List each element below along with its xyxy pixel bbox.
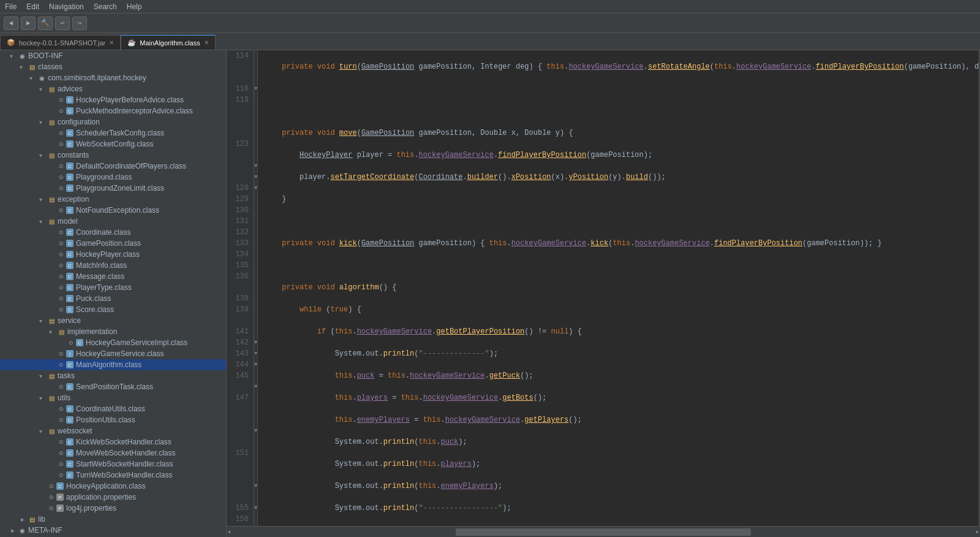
fold-icon-try[interactable]: ▼ (254, 481, 257, 492)
tree-item-pu[interactable]: ▾ ⊙ C PositionUtils.class (0, 414, 226, 425)
code-editor[interactable]: private void turn(GamePosition gamePosit… (258, 50, 979, 526)
fold-icon-priv-alg[interactable]: ▼ (254, 161, 257, 172)
tree-item-com-pkg[interactable]: ▾ ◉ com.simbirsoft.itplanet.hockey (0, 72, 226, 83)
tree-item-cu[interactable]: ▾ ⊙ C CoordinateUtils.class (0, 403, 226, 414)
tree-item-exception[interactable]: ▾ ▤ exception (0, 194, 226, 205)
main-tab[interactable]: ☕ MainAlgorithm.class ✕ (121, 35, 215, 50)
class-icon: ⊙ (56, 106, 66, 116)
tree-item-main-algorithm[interactable]: ▾ ⊙ C MainAlgorithm.class (0, 359, 226, 370)
tree-item-tasks[interactable]: ▾ ▤ tasks (0, 370, 226, 381)
file-tree-panel[interactable]: ▾ ◉ BOOT-INF ▾ ▤ classes ▾ ◉ com.simbirs… (0, 50, 227, 537)
c-icon: C (66, 383, 74, 390)
c-icon: C (66, 96, 74, 104)
class-icon: ⊙ (56, 382, 66, 392)
fold-icon-118[interactable]: ▼ (254, 83, 257, 94)
tree-item-config[interactable]: ▾ ▤ configuration (0, 116, 226, 128)
fold-icon-143[interactable]: ▼ (254, 348, 257, 359)
h-scroll-left[interactable]: ◄ (227, 528, 232, 536)
folder-icon: ▤ (47, 84, 56, 94)
toolbar-redo-btn[interactable]: ↪ (72, 17, 87, 30)
tree-item-log4j[interactable]: ▾ ⊙ P log4j.properties (0, 503, 226, 514)
horizontal-scrollbar-area[interactable]: ◄ ► (227, 526, 980, 537)
class-icon: ⊙ (56, 415, 66, 425)
menu-edit[interactable]: Edit (26, 2, 39, 11)
tree-item-constants[interactable]: ▾ ▤ constants (0, 150, 226, 161)
tree-item-pgzl[interactable]: ▾ ⊙ C PlaygroundZoneLimit.class (0, 183, 226, 194)
tree-item-coord[interactable]: ▾ ⊙ C Coordinate.class (0, 227, 226, 238)
toolbar-back-btn[interactable]: ◄ (4, 17, 18, 30)
tree-item-hpba[interactable]: ▾ ⊙ C HockeyPlayerBeforeAdvice.class (0, 94, 226, 105)
fold-icon-144[interactable]: ▼ (254, 359, 257, 370)
h-scrollbar-track[interactable] (234, 528, 973, 536)
tree-item-swsh[interactable]: ▾ ⊙ C StartWebSocketHandler.class (0, 459, 226, 470)
tree-item-ha[interactable]: ▾ ⊙ C HockeyApplication.class (0, 481, 226, 492)
tree-item-kwsh[interactable]: ▾ ⊙ C KickWebSocketHandler.class (0, 436, 226, 448)
c-icon: C (66, 449, 74, 457)
code-scroll-area[interactable]: 114 118 119 123 128 129 130 131 132 133 (227, 50, 980, 526)
tree-item-dcop[interactable]: ▾ ⊙ C DefaultCoordinateOfPlayers.class (0, 161, 226, 172)
tree-item-meta-inf[interactable]: ► ◉ META-INF (0, 525, 226, 536)
jar-tab-close[interactable]: ✕ (109, 39, 114, 46)
tree-item-lib[interactable]: ► ▤ lib (0, 514, 226, 525)
menu-help[interactable]: Help (127, 2, 142, 11)
toolbar-undo-btn[interactable]: ↩ (55, 17, 70, 30)
tree-item-model[interactable]: ▾ ▤ model (0, 216, 226, 227)
props-icon: P (56, 505, 64, 512)
class-icon: ⊙ (56, 95, 66, 105)
tree-item-hgsi[interactable]: ▾ ⊙ C HockeyGameServiceImpl.class (0, 337, 226, 348)
tree-item-msg[interactable]: ▾ ⊙ C Message.class (0, 271, 226, 282)
h-scroll-thumb[interactable] (456, 528, 751, 536)
class-icon: ⊙ (56, 272, 66, 281)
toolbar-forward-btn[interactable]: ► (21, 17, 36, 30)
tree-item-boot-inf[interactable]: ▾ ◉ BOOT-INF (0, 50, 226, 61)
class-icon: ⊙ (66, 338, 76, 348)
tree-item-mi[interactable]: ▾ ⊙ C MatchInfo.class (0, 260, 226, 271)
tree-item-pt[interactable]: ▾ ⊙ C PlayerType.class (0, 282, 226, 293)
code-line-118: private void move(GamePosition gamePosit… (264, 128, 979, 139)
fold-icon-142[interactable]: ▼ (254, 337, 257, 348)
props-icon: P (56, 493, 64, 501)
fold-icon-if-bot[interactable]: ▼ (254, 183, 257, 194)
tree-item-stc[interactable]: ▾ ⊙ C SchedulerTaskConfig.class (0, 128, 226, 139)
tree-item-advices[interactable]: ▾ ▤ advices (0, 83, 226, 94)
tree-item-impl[interactable]: ▾ ▤ implementation (0, 326, 226, 337)
tree-item-puck[interactable]: ▾ ⊙ C Puck.class (0, 293, 226, 304)
h-scroll-right[interactable]: ► (975, 528, 980, 536)
tree-item-wsc[interactable]: ▾ ⊙ C WebSocketConfig.class (0, 139, 226, 150)
tree-item-spt[interactable]: ▾ ⊙ C SendPositionTask.class (0, 381, 226, 392)
tree-item-pmia[interactable]: ▾ ⊙ C PuckMethodInterceptorAdvice.class (0, 105, 226, 116)
tree-item-classes[interactable]: ▾ ▤ classes (0, 61, 226, 72)
menu-search[interactable]: Search (94, 2, 117, 11)
tree-item-hp[interactable]: ▾ ⊙ C HockeyPlayer.class (0, 249, 226, 260)
toolbar-build-btn[interactable]: 🔨 (38, 17, 53, 30)
menu-file[interactable]: File (5, 2, 17, 11)
fold-icon-else2[interactable]: ▼ (254, 425, 257, 436)
main-tab-label: MainAlgorithm.class (140, 39, 200, 47)
class-icon: ⊙ (56, 238, 66, 248)
tree-item-utils[interactable]: ▾ ▤ utils (0, 392, 226, 403)
tree-item-hgs[interactable]: ▾ ⊙ I HockeyGameService.class (0, 348, 226, 359)
jar-tab[interactable]: 📦 hockey-0.0.1-SNAPSHOT.jar ✕ (0, 35, 121, 50)
fold-icon-else[interactable]: ▼ (254, 381, 257, 392)
menu-navigation[interactable]: Navigation (49, 2, 84, 11)
interface-icon: ⊙ (56, 349, 66, 359)
c-icon: C (66, 460, 74, 468)
tree-item-service[interactable]: ▾ ▤ service (0, 315, 226, 326)
class-icon: ⊙ (56, 437, 66, 447)
folder-icon: ▤ (47, 371, 56, 381)
tree-item-nfe[interactable]: ▾ ⊙ C NotFoundException.class (0, 205, 226, 216)
tree-item-score[interactable]: ▾ ⊙ C Score.class (0, 304, 226, 315)
main-tab-close[interactable]: ✕ (204, 39, 209, 46)
tree-item-pg[interactable]: ▾ ⊙ C Playground.class (0, 172, 226, 183)
fold-icon-catch[interactable]: ▼ (254, 503, 257, 514)
code-line-121: } (264, 194, 979, 205)
fold-icon-while[interactable]: ▼ (254, 172, 257, 183)
code-line-114: private void turn(GamePosition gamePosit… (264, 61, 979, 72)
tree-item-gpos[interactable]: ▾ ⊙ C GamePosition.class (0, 238, 226, 249)
tree-item-twsh[interactable]: ▾ ⊙ C TurnWebSocketHandler.class (0, 470, 226, 481)
code-line-133: System.out.println(this.puck); (264, 436, 979, 448)
c-icon: C (66, 251, 74, 258)
tree-item-app-props[interactable]: ▾ ⊙ P application.properties (0, 492, 226, 503)
tree-item-websocket[interactable]: ▾ ▤ websocket (0, 425, 226, 436)
tree-item-mwsh[interactable]: ▾ ⊙ C MoveWebSocketHandler.class (0, 448, 226, 459)
